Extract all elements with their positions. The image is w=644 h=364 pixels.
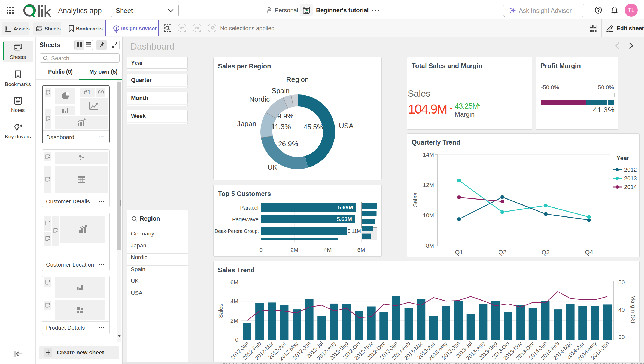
- svg-text:USA: USA: [339, 122, 354, 130]
- svg-text:2014: 2014: [624, 184, 637, 190]
- svg-text:4M: 4M: [230, 298, 238, 304]
- svg-text:2013: 2013: [624, 175, 637, 181]
- svg-text:50: 50: [618, 279, 625, 285]
- svg-text:Deak-Perera Group.: Deak-Perera Group.: [215, 228, 259, 234]
- svg-text:Q1: Q1: [455, 249, 463, 256]
- svg-text:26.9%: 26.9%: [278, 140, 298, 148]
- svg-text:Q2: Q2: [498, 249, 506, 256]
- svg-text:Q4: Q4: [585, 249, 593, 256]
- svg-text:Paracel: Paracel: [240, 205, 259, 211]
- svg-text:PageWave: PageWave: [232, 216, 259, 222]
- svg-text:14M: 14M: [423, 151, 434, 158]
- svg-text:11.3%: 11.3%: [271, 123, 291, 131]
- svg-text:Sales: Sales: [412, 193, 418, 207]
- svg-text:5.11M: 5.11M: [348, 228, 361, 234]
- svg-text:41.3%: 41.3%: [593, 106, 615, 114]
- svg-text:lik: lik: [37, 3, 52, 18]
- svg-text:Year: Year: [616, 155, 629, 161]
- svg-text:Margin (%): Margin (%): [630, 295, 637, 323]
- svg-text:Japan: Japan: [237, 120, 256, 128]
- svg-text:5.63M: 5.63M: [337, 216, 352, 222]
- svg-text:10M: 10M: [423, 212, 434, 218]
- svg-text:4M: 4M: [324, 247, 332, 253]
- svg-text:6M: 6M: [230, 279, 238, 285]
- svg-text:9.9%: 9.9%: [277, 112, 293, 120]
- svg-text:Nordic: Nordic: [249, 95, 270, 103]
- svg-text:5.69M: 5.69M: [338, 204, 353, 210]
- svg-text:Q3: Q3: [542, 249, 549, 256]
- svg-text:Sales: Sales: [217, 304, 224, 318]
- svg-text:Spain: Spain: [272, 87, 290, 95]
- svg-text:8M: 8M: [426, 243, 434, 249]
- svg-text:30: 30: [618, 334, 625, 340]
- svg-text:Region: Region: [286, 75, 309, 84]
- svg-text:45.5%: 45.5%: [304, 123, 323, 131]
- svg-text:2M: 2M: [230, 317, 238, 324]
- svg-text:0: 0: [235, 337, 238, 343]
- svg-text:2M: 2M: [290, 247, 298, 253]
- svg-text:UK: UK: [268, 163, 278, 171]
- svg-text:2012: 2012: [624, 166, 637, 173]
- svg-text:6M: 6M: [357, 247, 365, 253]
- svg-text:0: 0: [259, 247, 263, 253]
- svg-text:40: 40: [618, 307, 625, 313]
- svg-text:12M: 12M: [423, 182, 434, 188]
